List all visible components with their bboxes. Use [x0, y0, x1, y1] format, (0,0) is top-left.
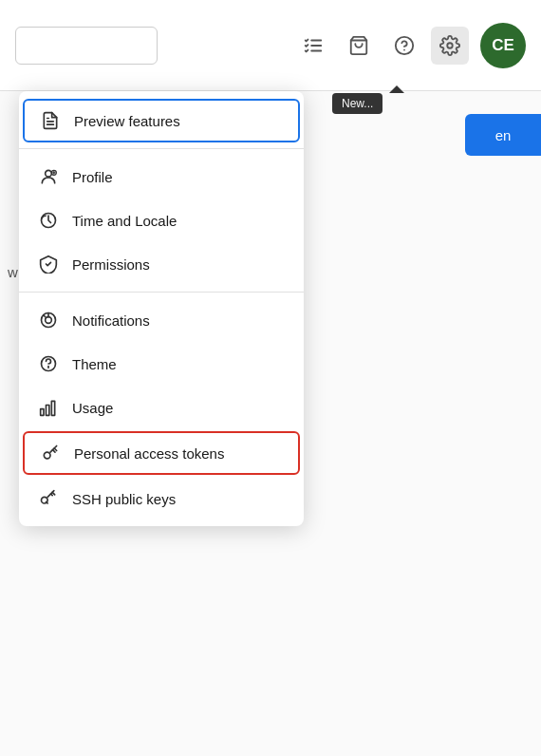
time-locale-icon	[38, 210, 59, 231]
help-btn[interactable]	[385, 27, 423, 65]
theme-icon	[38, 353, 59, 374]
dropdown-arrow	[389, 85, 404, 93]
w-label: w	[8, 264, 18, 280]
settings-btn[interactable]	[431, 27, 469, 65]
menu-item-notifications[interactable]: Notifications	[19, 298, 304, 342]
menu-label-usage: Usage	[72, 400, 113, 416]
svg-point-9	[46, 170, 52, 177]
bag-icon	[348, 35, 369, 56]
menu-item-theme[interactable]: Theme	[19, 342, 304, 386]
menu-label-theme: Theme	[72, 356, 117, 372]
menu-item-usage[interactable]: Usage	[19, 386, 304, 429]
svg-line-26	[47, 501, 48, 503]
menu-item-time-locale[interactable]: Time and Locale	[19, 198, 304, 242]
checklist-icon	[303, 35, 324, 56]
svg-point-6	[447, 43, 453, 48]
top-bar: CE	[0, 0, 541, 91]
preview-icon	[40, 110, 61, 131]
divider-1	[19, 148, 304, 149]
avatar[interactable]: CE	[480, 23, 526, 68]
menu-label-profile: Profile	[72, 169, 113, 185]
menu-label-preview-features: Preview features	[74, 113, 180, 129]
usage-icon	[38, 397, 59, 418]
svg-rect-19	[41, 409, 44, 416]
menu-item-preview-features[interactable]: Preview features	[23, 99, 300, 142]
profile-icon	[38, 166, 59, 187]
permissions-icon	[38, 254, 59, 274]
svg-line-24	[53, 450, 56, 453]
svg-rect-20	[47, 406, 49, 416]
menu-label-permissions: Permissions	[72, 256, 150, 273]
menu-item-personal-access-tokens[interactable]: Personal access tokens	[23, 431, 300, 475]
menu-label-notifications: Notifications	[72, 312, 150, 329]
checklist-btn[interactable]	[294, 27, 332, 65]
bag-btn[interactable]	[340, 27, 378, 65]
svg-point-22	[44, 452, 50, 459]
menu-label-personal-access-tokens: Personal access tokens	[74, 445, 224, 462]
svg-rect-21	[51, 401, 54, 415]
dropdown-menu: Preview features Profile	[19, 91, 304, 526]
menu-label-ssh-public-keys: SSH public keys	[72, 491, 176, 507]
menu-item-ssh-public-keys[interactable]: SSH public keys	[19, 477, 304, 520]
menu-label-time-locale: Time and Locale	[72, 213, 177, 229]
notifications-icon	[38, 310, 59, 331]
svg-line-23	[54, 448, 56, 451]
search-box[interactable]	[15, 27, 158, 65]
ssh-key-icon	[38, 488, 59, 509]
blue-button[interactable]: en	[465, 114, 541, 156]
menu-item-permissions[interactable]: Permissions	[19, 242, 304, 286]
help-icon	[394, 35, 415, 56]
divider-2	[19, 292, 304, 293]
access-token-icon	[40, 443, 61, 463]
menu-item-profile[interactable]: Profile	[19, 155, 304, 198]
settings-icon	[439, 35, 460, 56]
dropdown-tooltip: New...	[332, 93, 382, 114]
